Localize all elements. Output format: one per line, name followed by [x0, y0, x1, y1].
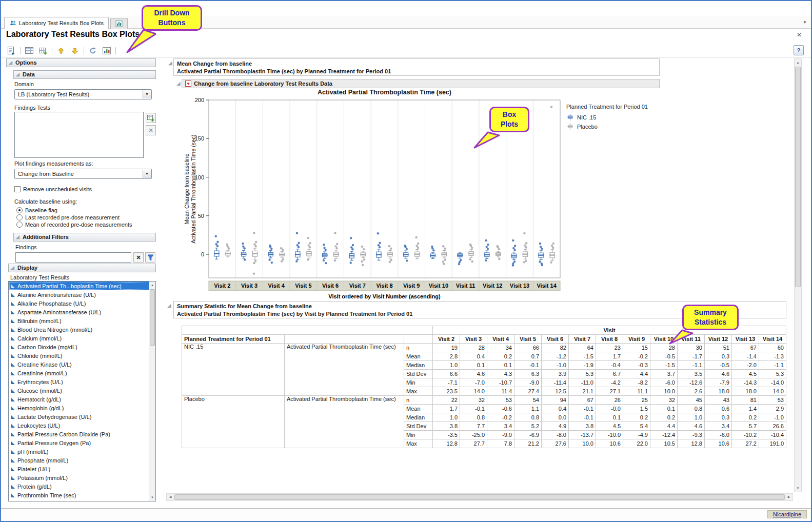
lab-test-icon — [11, 432, 15, 436]
lab-test-item[interactable]: Hematocrit (g/dL) — [9, 395, 149, 404]
stat-value-cell: 23.5 — [433, 387, 460, 396]
disclosure-icon[interactable]: ◢ — [168, 61, 172, 66]
disclosure-icon: ◢ — [11, 266, 14, 270]
disclosure-icon[interactable]: ◢ — [167, 303, 171, 308]
chevron-down-icon: ▼ — [143, 170, 151, 178]
open-report-button[interactable] — [6, 46, 16, 56]
refresh-button[interactable] — [88, 46, 98, 56]
lab-test-item[interactable]: Prothrombin Time (sec) — [9, 491, 149, 499]
scroll-thumb[interactable] — [174, 494, 785, 500]
radio-icon[interactable] — [16, 214, 23, 220]
remove-tests-button[interactable]: ✕ — [146, 125, 156, 135]
lab-test-item[interactable]: Activated Partial Th...boplastin Time (s… — [9, 282, 149, 290]
stat-value-cell: -1.7 — [678, 352, 705, 361]
display-section-header[interactable]: ◢Display — [8, 264, 156, 272]
list-scrollbar[interactable]: ▲ ▼ — [149, 282, 155, 501]
tab-chart[interactable] — [110, 18, 128, 29]
lab-test-item[interactable]: Leukocytes (U/L) — [9, 421, 149, 430]
legend-item[interactable]: Placebo — [566, 123, 648, 130]
last-predose-option[interactable]: Last recorded pre-dose measurement — [16, 214, 120, 220]
lab-test-label: pH (mmol/L) — [17, 449, 49, 455]
stat-value-cell: -10.4 — [759, 431, 786, 439]
scroll-down-icon[interactable]: ▼ — [795, 485, 801, 492]
drill-down-button[interactable] — [70, 46, 80, 56]
lab-test-item[interactable]: pH (mmol/L) — [9, 447, 149, 456]
scroll-down-icon[interactable]: ▼ — [149, 494, 155, 501]
scroll-thumb[interactable] — [150, 289, 155, 346]
treatment-cell: NIC .15 — [182, 344, 285, 396]
tab-lab-results[interactable]: Laboratory Test Results Box Plots — [4, 17, 109, 29]
lab-test-item[interactable]: Partial Pressure Oxygen (Pa) — [9, 438, 149, 447]
radio-icon[interactable] — [16, 222, 23, 228]
findings-filter-input[interactable] — [15, 252, 131, 263]
lab-test-icon — [11, 293, 15, 297]
drill-down-red-icon[interactable] — [185, 81, 191, 87]
scroll-left-icon[interactable]: ◀ — [167, 494, 174, 500]
plot-measure-value: Change from Baseline — [18, 171, 74, 177]
remove-unscheduled-option[interactable]: Remove unscheduled visits — [14, 186, 92, 192]
lab-test-item[interactable]: Platelet (U/L) — [9, 465, 149, 473]
nicardipine-link[interactable]: Nicardipine — [767, 510, 807, 518]
domain-label: Domain — [14, 81, 34, 87]
lab-test-item[interactable]: Chloride (mmol/L) — [9, 351, 149, 360]
lab-test-icon — [11, 415, 15, 419]
lab-test-item[interactable]: Creatinine (mmol/L) — [9, 369, 149, 377]
drill-header[interactable]: Change from baseline Laboratory Test Res… — [182, 79, 660, 88]
stat-value-cell: -0.5 — [650, 352, 678, 361]
stat-label-cell: Max — [404, 439, 433, 448]
data-table-button[interactable] — [24, 46, 34, 56]
disclosure-icon[interactable]: ◢ — [176, 81, 181, 86]
scroll-up-icon[interactable]: ▲ — [149, 282, 155, 289]
scroll-right-icon[interactable]: ▶ — [785, 494, 793, 500]
lab-test-item[interactable]: Hemoglobin (g/dL) — [9, 404, 149, 412]
plot-measure-select[interactable]: Change from Baseline ▼ — [14, 169, 152, 179]
help-button[interactable]: ? — [794, 45, 804, 55]
lab-test-item[interactable]: Erythrocytes (U/L) — [9, 377, 149, 386]
lab-test-item[interactable]: Partial Pressure Carbon Dioxide (Pa) — [9, 430, 149, 438]
lab-test-item[interactable]: Alanine Aminotransferase (U/L) — [9, 290, 149, 299]
save-table-button[interactable] — [38, 46, 48, 56]
lab-test-item[interactable]: Calcium (mmol/L) — [9, 334, 149, 343]
radio-selected-icon[interactable] — [16, 207, 23, 213]
findings-tests-listbox[interactable] — [14, 112, 144, 158]
treatment-cell: Placebo — [182, 396, 285, 448]
stat-value-cell: 0.2 — [623, 413, 650, 422]
legend-item[interactable]: NIC .15 — [566, 113, 648, 121]
lab-test-item[interactable]: Bilirubin (mmol/L) — [9, 316, 149, 325]
close-icon[interactable]: ✕ — [797, 31, 802, 38]
lab-test-icon — [11, 424, 15, 428]
mean-predose-option[interactable]: Mean of recorded pre-dose measurements — [16, 222, 132, 228]
lab-test-item[interactable]: Lactate Dehydrogenase (U/L) — [9, 412, 149, 421]
lab-test-label: Blood Urea Nitrogen (mmol/L) — [17, 327, 92, 333]
lab-test-item[interactable]: Glucose (mmol/L) — [9, 386, 149, 395]
snapshot-button[interactable] — [102, 46, 112, 56]
stat-value-cell: -11.4 — [542, 378, 569, 387]
lab-test-label: Hemoglobin (g/dL) — [17, 405, 64, 411]
lab-test-item[interactable]: Creatine Kinase (U/L) — [9, 360, 149, 369]
scroll-thumb[interactable] — [795, 67, 801, 287]
lab-test-item[interactable]: Blood Urea Nitrogen (mmol/L) — [9, 325, 149, 334]
options-header[interactable]: ◢Options — [6, 58, 156, 67]
horizontal-scrollbar[interactable]: ◀ ▶ — [166, 493, 793, 501]
data-section-header[interactable]: ◢Data — [13, 70, 156, 79]
filter-button[interactable] — [145, 252, 155, 263]
lab-test-item[interactable]: Aspartate Aminotransferase (U/L) — [9, 308, 149, 316]
lab-test-icon — [11, 397, 15, 401]
checkbox-icon[interactable] — [14, 186, 21, 192]
stat-value-cell: 3.4 — [705, 422, 732, 431]
drill-up-button[interactable] — [56, 46, 66, 56]
vertical-scrollbar[interactable]: ▲ ▼ — [794, 58, 802, 492]
stat-label-cell: Std Dev — [404, 422, 433, 431]
domain-select[interactable]: LB (Laboratory Test Results) ▼ — [14, 89, 152, 99]
additional-filters-header[interactable]: ◢Additional Filters — [13, 233, 156, 242]
lab-test-item[interactable]: Alkaline Phosphatase (U/L) — [9, 299, 149, 308]
clear-filter-button[interactable]: ✕ — [133, 252, 144, 263]
lab-test-item[interactable]: Protein (g/dL) — [9, 482, 149, 491]
lab-test-item[interactable]: Carbon Dioxide (mg/dL) — [9, 343, 149, 351]
lab-test-item[interactable]: Phosphate (mmol/L) — [9, 456, 149, 465]
add-tests-button[interactable] — [146, 113, 156, 123]
tab-overflow-icon[interactable]: ▼ — [803, 20, 807, 25]
lab-test-item[interactable]: Potassium (mmol/L) — [9, 473, 149, 482]
baseline-flag-option[interactable]: Baseline flag — [16, 207, 57, 213]
scroll-up-icon[interactable]: ▲ — [795, 59, 801, 66]
